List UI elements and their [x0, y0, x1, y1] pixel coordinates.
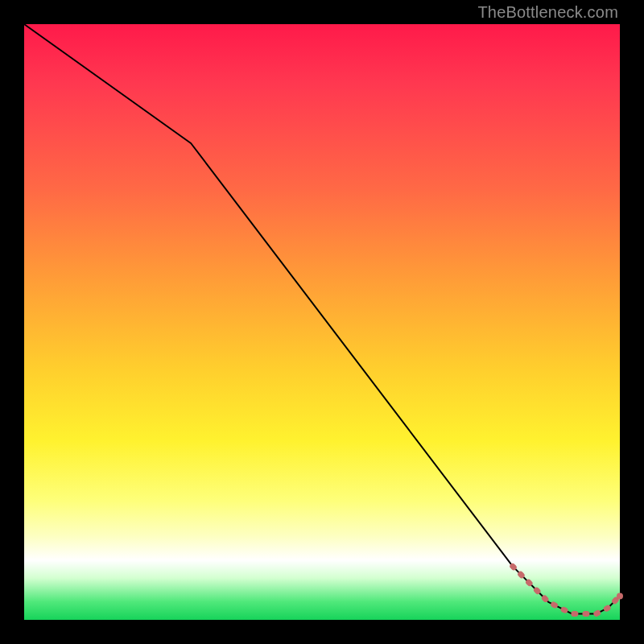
end-dot	[617, 592, 623, 599]
bottleneck-line	[24, 24, 620, 614]
chart-stage: TheBottleneck.com	[0, 0, 644, 644]
highlighted-points-path	[513, 566, 620, 613]
watermark-text: TheBottleneck.com	[477, 3, 618, 22]
points-layer	[513, 566, 623, 613]
line-layer	[24, 24, 620, 614]
plot-area	[24, 24, 620, 620]
chart-svg	[24, 24, 620, 620]
